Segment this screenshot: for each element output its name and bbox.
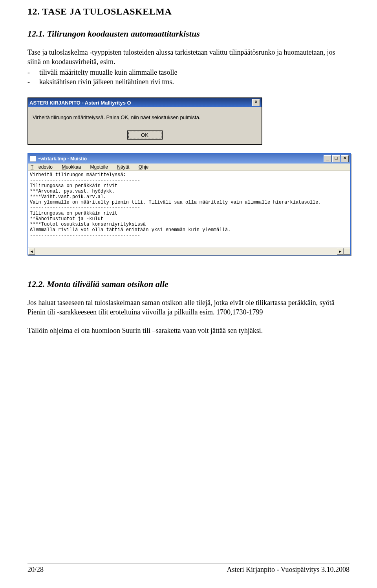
menu-file[interactable]: Tiedosto — [31, 164, 57, 170]
dialog-message: Virheitä tilirungon määrittelyssä. Paina… — [33, 114, 257, 120]
menu-help-label: hje — [142, 164, 148, 170]
horizontal-scrollbar[interactable]: ◄ ► — [28, 248, 350, 255]
notepad-content[interactable]: Virheitä tilirungon määrittelyssä: -----… — [28, 171, 350, 248]
ok-button[interactable]: OK — [127, 130, 163, 140]
scroll-track[interactable] — [35, 248, 337, 255]
notepad-window: ~wtrtark.tmp - Muistio _ □ × Tiedosto Mu… — [27, 153, 351, 255]
paragraph-body-1: Jos haluat taseeseen tai tuloslaskelmaan… — [27, 298, 350, 317]
doc-title: Asteri Kirjanpito - Vuosipäivitys 3.10.2… — [227, 566, 350, 574]
menu-help[interactable]: Ohje — [139, 164, 152, 170]
resize-grip-icon[interactable] — [344, 248, 350, 255]
menu-edit[interactable]: Muokkaa — [62, 164, 85, 170]
dialog-title: ASTERI KIRJANPITO - Asteri Malliyritys O — [29, 100, 252, 106]
menu-view[interactable]: Näytä — [117, 164, 133, 170]
bullet-item: - tiliväli määritelty muualle kuin alimm… — [27, 68, 350, 77]
page-footer: 20/28 Asteri Kirjanpito - Vuosipäivitys … — [27, 564, 350, 574]
notepad-titlebar: ~wtrtark.tmp - Muistio _ □ × — [28, 154, 350, 164]
heading-main: 12. TASE JA TULOSLASKELMA — [27, 6, 350, 17]
menu-bar: Tiedosto Muokkaa Muotoile Näytä Ohje — [28, 164, 350, 171]
notepad-icon — [30, 156, 36, 162]
menu-file-label: iedosto — [37, 164, 53, 170]
bullet-text: kaksitähtisen rivin jälkeen nelitähtinen… — [39, 77, 174, 86]
heading-section-1: 12.1. Tilirungon koodausten automaattita… — [27, 29, 350, 39]
page-number: 20/28 — [27, 566, 44, 574]
scroll-right-icon[interactable]: ► — [337, 248, 344, 255]
heading-section-2: 12.2. Monta tiliväliä saman otsikon alle — [27, 279, 350, 289]
paragraph-intro: Tase ja tuloslaskelma -tyyppisten tulost… — [27, 48, 350, 67]
menu-view-label: äytä — [121, 164, 130, 170]
bullet-text: tiliväli määritelty muualle kuin alimmal… — [39, 68, 177, 77]
paragraph-body-2: Tällöin ohjelma ei ota huomioon Suurin t… — [27, 326, 350, 335]
dialog-titlebar: ASTERI KIRJANPITO - Asteri Malliyritys O… — [28, 98, 262, 107]
menu-format-label: otoile — [97, 164, 108, 170]
menu-edit-label: uokkaa — [66, 164, 81, 170]
message-dialog: ASTERI KIRJANPITO - Asteri Malliyritys O… — [27, 97, 262, 145]
maximize-icon[interactable]: □ — [332, 155, 340, 162]
close-icon[interactable]: × — [341, 155, 349, 162]
minimize-icon[interactable]: _ — [324, 155, 331, 162]
notepad-title: ~wtrtark.tmp - Muistio — [38, 156, 323, 162]
close-icon[interactable]: × — [252, 99, 260, 106]
bullet-list: - tiliväli määritelty muualle kuin alimm… — [27, 68, 350, 87]
scroll-left-icon[interactable]: ◄ — [28, 248, 35, 255]
menu-format[interactable]: Muotoile — [90, 164, 112, 170]
bullet-item: - kaksitähtisen rivin jälkeen nelitähtin… — [27, 77, 350, 86]
